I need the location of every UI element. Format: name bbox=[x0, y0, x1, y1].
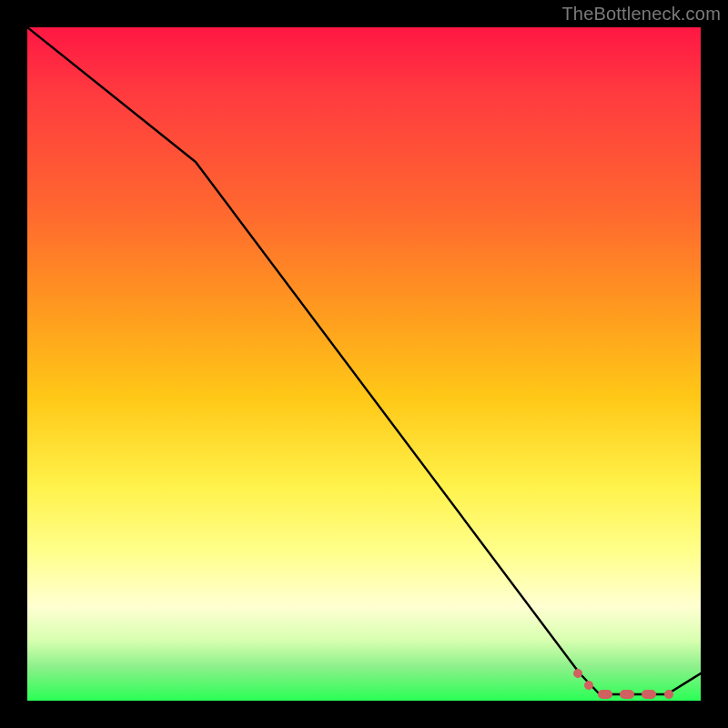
highlight-dash bbox=[598, 690, 612, 699]
chart-stage: TheBottleneck.com bbox=[0, 0, 728, 728]
curve-line bbox=[27, 27, 701, 701]
highlight-end-dot bbox=[664, 690, 673, 699]
highlight-dash bbox=[582, 679, 595, 692]
highlight-dash bbox=[642, 690, 656, 699]
plot-area bbox=[27, 27, 701, 701]
watermark-text: TheBottleneck.com bbox=[561, 4, 721, 25]
highlight-dash bbox=[571, 667, 584, 680]
highlight-dashes bbox=[27, 27, 701, 701]
highlight-dash bbox=[620, 690, 634, 699]
